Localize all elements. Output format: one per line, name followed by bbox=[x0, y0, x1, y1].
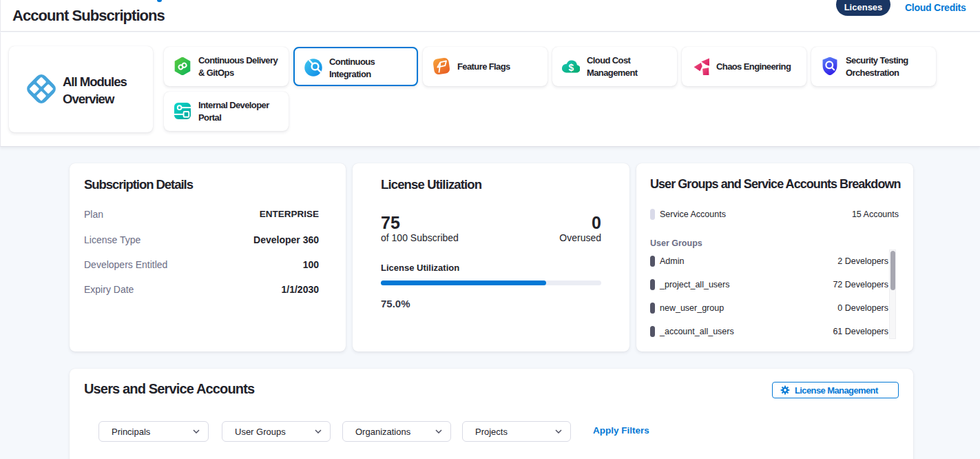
svg-text:$: $ bbox=[568, 62, 574, 73]
